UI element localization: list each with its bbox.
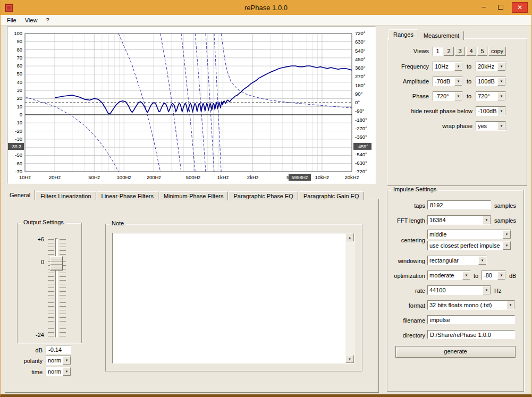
response-chart[interactable]: 1009080706050403020100-10-20-30-40-50-60… xyxy=(7,27,375,183)
scroll-up-icon[interactable]: ▲ xyxy=(345,233,354,241)
menu-view[interactable]: View xyxy=(21,16,42,24)
chevron-down-icon[interactable]: ▼ xyxy=(497,62,505,71)
note-textarea[interactable] xyxy=(113,233,345,363)
hide-phase-select[interactable]: -100dB▼ xyxy=(476,106,506,116)
format-select[interactable]: 32 bits floats mono (.txt)▼ xyxy=(427,300,515,310)
copy-view-button[interactable]: copy xyxy=(488,47,506,56)
filename-field[interactable]: impulse xyxy=(427,315,515,324)
svg-text:50: 50 xyxy=(16,71,22,77)
chevron-down-icon[interactable]: ▼ xyxy=(454,62,462,71)
polarity-select[interactable]: norm▼ xyxy=(46,356,71,365)
svg-text:540°: 540° xyxy=(355,48,366,54)
fft-length-label: FFT length xyxy=(387,217,425,224)
svg-text:60: 60 xyxy=(16,63,22,69)
centering-select[interactable]: middle▼ xyxy=(427,230,511,239)
slider-ticks-right xyxy=(60,239,66,337)
tab-measurement[interactable]: Measurement xyxy=(419,31,464,40)
svg-text:-630°: -630° xyxy=(355,160,367,166)
svg-text:10Hz: 10Hz xyxy=(19,174,31,180)
view-button-5[interactable]: 5 xyxy=(477,47,487,56)
close-button[interactable]: ✕ xyxy=(512,2,528,13)
view-button-1[interactable]: 1 xyxy=(433,47,443,56)
svg-text:630°: 630° xyxy=(355,39,366,45)
frequency-from-select[interactable]: 10Hz▼ xyxy=(433,62,463,71)
svg-text:-20: -20 xyxy=(15,128,22,134)
slider-ticks-left xyxy=(48,239,54,337)
tab-ranges[interactable]: Ranges xyxy=(389,29,418,40)
optimization-select[interactable]: moderate▼ xyxy=(427,271,471,280)
svg-text:80: 80 xyxy=(16,47,22,53)
views-label: Views xyxy=(387,48,429,54)
view-button-2[interactable]: 2 xyxy=(444,47,454,56)
amplitude-to-select[interactable]: 100dB▼ xyxy=(476,77,506,86)
chevron-down-icon[interactable]: ▼ xyxy=(503,241,511,250)
chevron-down-icon[interactable]: ▼ xyxy=(63,367,71,376)
time-label: time xyxy=(11,369,43,375)
svg-text:720°: 720° xyxy=(355,30,366,36)
scroll-down-icon[interactable]: ▼ xyxy=(345,355,354,363)
chevron-down-icon[interactable]: ▼ xyxy=(462,271,470,280)
amplitude-from-select[interactable]: -70dB▼ xyxy=(433,77,463,86)
polarity-label: polarity xyxy=(11,358,43,364)
directory-field[interactable]: D:/Share/rePhase 1.0.0 xyxy=(427,330,515,339)
svg-text:20Hz: 20Hz xyxy=(49,174,61,180)
phase-from-select[interactable]: -720°▼ xyxy=(433,91,463,101)
svg-text:450°: 450° xyxy=(355,56,366,62)
gain-slider-thumb[interactable] xyxy=(50,256,63,271)
rate-select[interactable]: 44100▼ xyxy=(427,285,491,295)
time-select[interactable]: norm▼ xyxy=(46,367,71,376)
chevron-down-icon[interactable]: ▼ xyxy=(483,286,491,294)
taps-unit: samples xyxy=(494,202,516,209)
windowing-select[interactable]: rectangular▼ xyxy=(427,256,487,265)
maximize-button[interactable] xyxy=(495,3,506,12)
generate-button[interactable]: generate xyxy=(395,346,516,358)
chevron-down-icon[interactable]: ▼ xyxy=(506,301,514,309)
optimization-db-select[interactable]: -80▼ xyxy=(482,271,506,280)
chevron-down-icon[interactable]: ▼ xyxy=(454,92,462,100)
chevron-down-icon[interactable]: ▼ xyxy=(63,356,71,365)
slider-scale-zero: 0 xyxy=(32,259,44,265)
tab-paragraphic-gain-eq[interactable]: Paragraphic Gain EQ xyxy=(299,191,364,200)
chevron-down-icon[interactable]: ▼ xyxy=(454,77,462,86)
menubar: File View ? xyxy=(1,15,531,26)
db-field[interactable]: -0.14 xyxy=(46,345,71,354)
chevron-down-icon[interactable]: ▼ xyxy=(497,92,505,100)
chevron-down-icon[interactable]: ▼ xyxy=(497,271,505,280)
rate-label: rate xyxy=(387,288,425,294)
svg-text:10: 10 xyxy=(16,104,22,109)
maximize-icon xyxy=(498,5,503,10)
minimize-button[interactable]: – xyxy=(478,3,489,12)
chevron-down-icon[interactable]: ▼ xyxy=(483,216,491,224)
frequency-label: Frequency xyxy=(387,63,429,70)
svg-text:100: 100 xyxy=(14,30,22,36)
db-label: dB xyxy=(11,347,43,353)
gain-slider-track[interactable] xyxy=(55,238,58,337)
tab-filters-linearization[interactable]: Filters Linearization xyxy=(36,191,96,200)
wrap-phase-select[interactable]: yes▼ xyxy=(476,121,506,131)
to-label: to xyxy=(467,78,471,85)
svg-text:90: 90 xyxy=(16,38,22,44)
fft-length-select[interactable]: 16384▼ xyxy=(427,215,491,225)
chevron-down-icon[interactable]: ▼ xyxy=(503,230,511,239)
view-button-4[interactable]: 4 xyxy=(466,47,476,56)
svg-text:-270°: -270° xyxy=(355,125,367,131)
svg-text:10kHz: 10kHz xyxy=(315,174,329,180)
tab-linear-phase-filters[interactable]: Linear-Phase Filters xyxy=(97,191,158,200)
chevron-down-icon[interactable]: ▼ xyxy=(497,107,505,115)
tab-paragraphic-phase-eq[interactable]: Paragraphic Phase EQ xyxy=(229,191,298,200)
tab-general[interactable]: General xyxy=(5,190,35,200)
chevron-down-icon[interactable]: ▼ xyxy=(497,77,505,86)
chevron-down-icon[interactable]: ▼ xyxy=(497,122,505,130)
chevron-down-icon[interactable]: ▼ xyxy=(478,256,486,265)
tab-minimum-phase-filters[interactable]: Minimum-Phase Filters xyxy=(159,191,228,200)
phase-to-select[interactable]: 720°▼ xyxy=(476,91,506,101)
taps-field[interactable]: 8192 xyxy=(427,200,491,209)
svg-text:500Hz: 500Hz xyxy=(186,174,201,180)
frequency-to-select[interactable]: 20kHz▼ xyxy=(476,62,506,71)
view-button-3[interactable]: 3 xyxy=(455,47,465,56)
menu-file[interactable]: File xyxy=(3,16,21,24)
menu-help[interactable]: ? xyxy=(41,16,53,24)
note-scrollbar[interactable]: ▲ ▼ xyxy=(345,233,354,363)
svg-text:-540°: -540° xyxy=(355,151,367,157)
centering-mode-select[interactable]: use closest perfect impulse▼ xyxy=(427,241,511,250)
